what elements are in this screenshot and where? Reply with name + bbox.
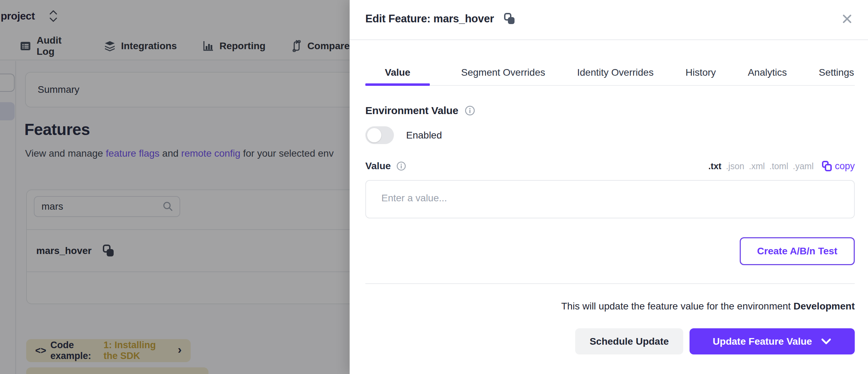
enabled-toggle-row: Enabled <box>365 126 442 144</box>
copy-label: copy <box>835 161 855 172</box>
section-heading: Environment Value <box>365 105 458 117</box>
copy-feature-name-icon[interactable] <box>504 13 516 25</box>
modal-overlay[interactable] <box>0 0 350 374</box>
tab-settings[interactable]: Settings <box>818 67 855 85</box>
value-field-header: Value .txt .json .xml .toml .yaml copy <box>365 160 855 172</box>
info-icon[interactable] <box>396 161 406 171</box>
drawer-tabs: Value Segment Overrides Identity Overrid… <box>365 67 855 86</box>
copy-value-button[interactable]: copy <box>822 160 855 172</box>
enabled-toggle[interactable] <box>365 126 394 144</box>
update-feature-value-button[interactable]: Update Feature Value <box>690 328 855 354</box>
note-text: This will update the feature value for t… <box>561 301 793 312</box>
format-xml[interactable]: .xml <box>749 161 765 171</box>
divider <box>365 283 855 284</box>
edit-feature-drawer: Edit Feature: mars_hover Value Segment O… <box>350 0 868 374</box>
update-button-label: Update Feature Value <box>713 336 812 347</box>
tab-analytics[interactable]: Analytics <box>747 67 787 85</box>
format-txt[interactable]: .txt <box>708 161 722 171</box>
environment-name: Development <box>793 301 855 312</box>
tab-value[interactable]: Value <box>365 67 430 85</box>
tab-history[interactable]: History <box>685 67 717 85</box>
footer-actions: Schedule Update Update Feature Value <box>575 328 855 354</box>
drawer-title: Edit Feature: mars_hover <box>365 13 494 25</box>
tab-segment-overrides[interactable]: Segment Overrides <box>460 67 546 85</box>
copy-icon <box>822 160 832 172</box>
toggle-knob <box>367 128 381 142</box>
format-yaml[interactable]: .yaml <box>793 161 814 171</box>
format-json[interactable]: .json <box>726 161 744 171</box>
drawer-header: Edit Feature: mars_hover <box>350 0 868 40</box>
format-toml[interactable]: .toml <box>769 161 788 171</box>
create-ab-test-button[interactable]: Create A/B/n Test <box>740 237 855 265</box>
chevron-down-icon[interactable] <box>821 338 831 345</box>
update-note: This will update the feature value for t… <box>561 301 855 312</box>
close-icon[interactable] <box>842 13 853 27</box>
schedule-update-button[interactable]: Schedule Update <box>575 328 683 354</box>
tab-identity-overrides[interactable]: Identity Overrides <box>577 67 654 85</box>
value-input[interactable] <box>365 180 855 218</box>
format-switcher: .txt .json .xml .toml .yaml copy <box>708 160 855 172</box>
info-icon[interactable] <box>465 105 475 116</box>
value-label: Value <box>365 160 391 172</box>
environment-value-section: Environment Value <box>365 105 475 117</box>
toggle-label: Enabled <box>406 130 442 141</box>
